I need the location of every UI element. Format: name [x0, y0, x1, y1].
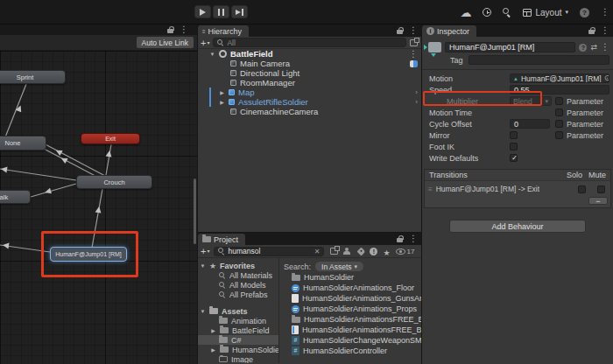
- motion-time-parameter-checkbox[interactable]: [555, 108, 563, 116]
- tree-row-scene[interactable]: ▼ BattleField ⋮: [198, 49, 421, 59]
- mute-checkbox[interactable]: [597, 186, 605, 193]
- favorite-item[interactable]: All Models: [198, 280, 278, 290]
- layout-dropdown[interactable]: Layout ▾: [523, 8, 568, 18]
- label-tag-icon[interactable]: [357, 247, 366, 256]
- foldout-closed-icon[interactable]: ▶: [219, 99, 225, 105]
- remove-transition-button[interactable]: −: [588, 197, 608, 205]
- collab-icon[interactable]: [343, 248, 353, 256]
- foldout-closed-icon[interactable]: ▶: [219, 89, 225, 95]
- foldout-closed-icon[interactable]: ▶: [210, 346, 216, 353]
- tab-project[interactable]: Project: [198, 234, 245, 245]
- kebab-menu-icon[interactable]: ⋮: [409, 26, 418, 35]
- folder-item[interactable]: ▶HumanSoldier: [198, 345, 278, 354]
- kebab-menu-icon[interactable]: ⋮: [409, 234, 418, 243]
- result-row[interactable]: HumanSoldier: [279, 272, 421, 283]
- clear-search-icon[interactable]: ✕: [314, 248, 321, 256]
- scope-dropdown[interactable]: In Assets▾: [315, 262, 363, 271]
- multiplier-parameter-checkbox[interactable]: [555, 97, 563, 105]
- result-row[interactable]: HumanSoldierController: [279, 346, 421, 356]
- drag-handle-icon[interactable]: ≡: [428, 186, 433, 193]
- play-button[interactable]: [194, 5, 211, 18]
- object-picker-icon[interactable]: ⊙: [604, 74, 609, 82]
- multiplier-dropdown[interactable]: Blend▾: [510, 96, 552, 106]
- tree-row[interactable]: Directional Light: [198, 68, 421, 78]
- result-row[interactable]: HumanSoldierAnimationsFREE_Blende: [279, 325, 421, 335]
- help-icon[interactable]: ?: [579, 44, 587, 52]
- lock-icon[interactable]: [588, 27, 595, 35]
- foldout-closed-icon[interactable]: ▶: [210, 327, 216, 333]
- tab-hierarchy[interactable]: ≡ Hierarchy: [198, 25, 249, 37]
- hierarchy-search-input[interactable]: All: [213, 38, 406, 47]
- camera-toggle-icon[interactable]: [410, 60, 418, 67]
- state-node-walk[interactable]: Walk: [0, 190, 31, 204]
- foldout-open-icon[interactable]: ▼: [200, 309, 206, 314]
- preset-icon[interactable]: ⇄: [590, 43, 597, 52]
- foot-ik-checkbox[interactable]: [510, 143, 518, 150]
- result-row[interactable]: HumanSoldierAnimationsFREE_Blende: [279, 314, 421, 325]
- kebab-menu-icon[interactable]: ⋮: [409, 50, 418, 59]
- foldout-open-icon[interactable]: ▼: [200, 263, 206, 269]
- visibility-count[interactable]: 17: [396, 248, 415, 256]
- write-defaults-checkbox[interactable]: [510, 154, 518, 162]
- result-row[interactable]: HumanSoldierAnimations_GunsAndPr: [279, 293, 421, 304]
- pick-window-icon[interactable]: [410, 39, 418, 46]
- create-button[interactable]: +▾: [201, 38, 209, 47]
- motion-object-field[interactable]: ▲ HumanF@Jump01 [RM] ⊙: [510, 74, 609, 83]
- state-name-field[interactable]: HumanF@Jump01 [RM]: [445, 42, 575, 52]
- mirror-parameter-checkbox[interactable]: [555, 131, 563, 139]
- folder-item[interactable]: ▶BattleField: [198, 326, 278, 335]
- result-row[interactable]: HumanSoldierAnimations_Props: [279, 304, 421, 314]
- mirror-checkbox[interactable]: [510, 131, 518, 139]
- step-button[interactable]: [231, 5, 248, 18]
- state-node-crouch[interactable]: Crouch: [76, 175, 152, 189]
- tree-row[interactable]: CinemachineCamera: [198, 107, 421, 116]
- state-node-exit[interactable]: Exit: [81, 133, 140, 144]
- tree-row[interactable]: Main Camera: [198, 59, 421, 68]
- tab-inspector[interactable]: i Inspector: [422, 25, 476, 37]
- cycle-offset-field[interactable]: 0: [510, 119, 550, 129]
- pause-button[interactable]: [213, 5, 229, 18]
- project-search-input[interactable]: humansol ✕: [214, 247, 324, 256]
- animator-canvas[interactable]: Sprint None Walk Exit Crouch HumanF@Jump…: [0, 51, 197, 364]
- kebab-menu-icon[interactable]: ⋮: [601, 43, 609, 52]
- add-behaviour-button[interactable]: Add Behaviour: [449, 220, 586, 233]
- cycle-offset-parameter-checkbox[interactable]: [555, 120, 563, 128]
- assets-header[interactable]: ▼ Assets: [198, 306, 278, 316]
- favorites-header[interactable]: ▼ Favorites: [198, 261, 278, 270]
- favorite-item[interactable]: All Materials: [198, 270, 278, 280]
- lock-icon[interactable]: [397, 235, 404, 243]
- favorite-star-icon[interactable]: [383, 243, 390, 259]
- auto-live-link-button[interactable]: Auto Live Link: [137, 37, 194, 48]
- tree-row[interactable]: RoomManager: [198, 78, 421, 88]
- foldout-open-icon[interactable]: ▼: [209, 52, 215, 57]
- tree-row-prefab[interactable]: ▶ AssuletRifleSoldier ›: [198, 97, 421, 107]
- result-row[interactable]: HumanSoldierChangeWeaponSMB: [279, 335, 421, 346]
- scrollbar-thumb[interactable]: [194, 178, 196, 244]
- speed-field[interactable]: 0.55: [510, 85, 609, 94]
- help-icon[interactable]: ?: [580, 8, 589, 18]
- state-node-none[interactable]: None: [0, 136, 46, 150]
- create-button[interactable]: +▾: [201, 247, 209, 256]
- tag-field[interactable]: [469, 55, 609, 65]
- lock-icon[interactable]: [167, 26, 174, 34]
- open-window-icon[interactable]: [330, 248, 338, 255]
- kebab-menu-icon[interactable]: ⋮: [601, 8, 609, 17]
- kebab-menu-icon[interactable]: ⋮: [601, 26, 609, 35]
- state-node-sprint[interactable]: Sprint: [0, 70, 66, 84]
- importance-icon[interactable]: [370, 248, 377, 256]
- lock-icon[interactable]: [397, 27, 404, 35]
- history-icon[interactable]: [483, 8, 491, 17]
- result-row[interactable]: HumanSoldierAnimations_Floor: [279, 283, 421, 293]
- kebab-menu-icon[interactable]: ⋮: [180, 25, 188, 34]
- search-icon[interactable]: [503, 8, 511, 17]
- folder-item[interactable]: Image: [198, 354, 278, 363]
- folder-item-selected[interactable]: C#: [198, 335, 278, 345]
- state-node-jump-selected[interactable]: HumanF@Jump01 [RM]: [50, 247, 127, 262]
- chevron-right-icon[interactable]: ›: [415, 98, 418, 106]
- favorite-item[interactable]: All Prefabs: [198, 290, 278, 299]
- chevron-right-icon[interactable]: ›: [415, 88, 418, 96]
- tree-row-prefab[interactable]: ▶ Map ›: [198, 88, 421, 97]
- cloud-icon[interactable]: ☁: [460, 7, 471, 18]
- folder-item[interactable]: Animation: [198, 316, 278, 326]
- transition-item[interactable]: ≡ HumanF@Jump01 [RM] -> Exit: [425, 181, 610, 197]
